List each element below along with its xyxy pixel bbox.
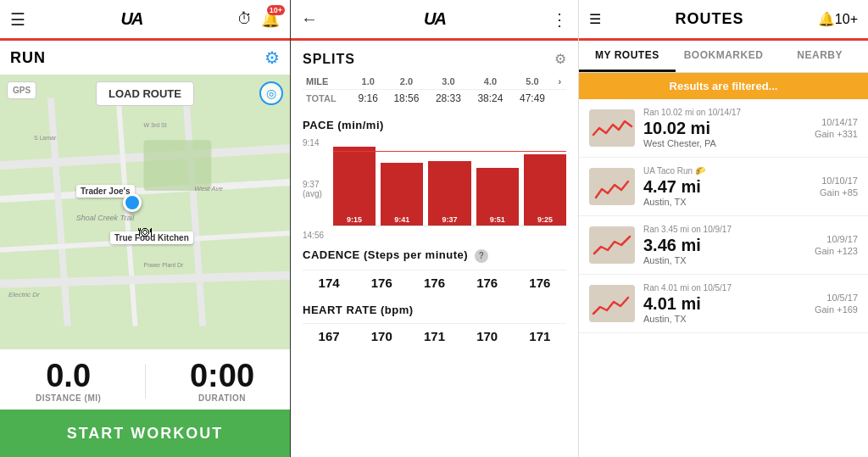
- total-3: 28:33: [427, 90, 470, 108]
- menu-icon[interactable]: ☰: [10, 9, 25, 30]
- total-1: 9:16: [351, 90, 386, 108]
- route-info-3: Ran 3.45 mi on 10/9/17 3.46 mi Austin, T…: [643, 225, 815, 265]
- routes-title: ROUTES: [675, 10, 743, 28]
- hr-4: 170: [476, 329, 498, 343]
- cadence-section-label: CADENCE (Steps per minute) ?: [303, 248, 566, 263]
- run-stats: 0.0 DISTANCE (MI) 0:00 DURATION: [0, 349, 290, 410]
- mile-1-header: 1.0: [351, 74, 386, 90]
- route-meta-1: Ran 10.02 mi on 10/14/17: [643, 108, 815, 117]
- stat-divider: [145, 365, 146, 398]
- route-gain-1: Gain +331: [815, 129, 858, 139]
- current-location-marker: [123, 193, 142, 212]
- cadence-4: 176: [476, 276, 498, 290]
- route-info-4: Ran 4.01 mi on 10/5/17 4.01 mi Austin, T…: [643, 283, 815, 324]
- cadence-row: 174 176 176 176 176: [303, 270, 566, 295]
- tab-bookmarked[interactable]: BOOKMARKED: [676, 41, 772, 72]
- svg-text:West Ave: West Ave: [194, 185, 223, 192]
- total-5: 47:49: [511, 90, 554, 108]
- distance-stat: 0.0 DISTANCE (MI): [36, 359, 101, 403]
- svg-text:W 3rd St: W 3rd St: [144, 122, 167, 128]
- more-col[interactable]: ›: [554, 74, 566, 90]
- totals-row: TOTAL 9:16 18:56 28:33 38:24 47:49: [303, 90, 566, 108]
- start-workout-button[interactable]: START WORKOUT: [0, 410, 290, 457]
- route-distance-3: 3.46 mi: [643, 236, 815, 254]
- route-date-1: 10/14/17: [815, 117, 858, 127]
- hr-1: 167: [319, 329, 340, 343]
- route-right-1: 10/14/17 Gain +331: [815, 117, 858, 139]
- run-top-bar: ☰ UA ⏱ 🔔10+: [0, 0, 290, 41]
- pace-y-top: 9:14: [303, 138, 330, 148]
- tab-my-routes[interactable]: MY ROUTES: [579, 41, 676, 72]
- notification-icon[interactable]: 🔔10+: [261, 10, 280, 29]
- pace-avg-line: [333, 151, 566, 152]
- routes-menu-icon[interactable]: ☰: [589, 11, 601, 27]
- route-item-3[interactable]: Ran 3.45 mi on 10/9/17 3.46 mi Austin, T…: [579, 216, 868, 275]
- route-item-4[interactable]: Ran 4.01 mi on 10/5/17 4.01 mi Austin, T…: [579, 275, 868, 333]
- route-meta-4: Ran 4.01 mi on 10/5/17: [643, 283, 815, 293]
- route-date-3: 10/9/17: [815, 234, 858, 244]
- filter-bar: Results are filtered...: [579, 73, 868, 99]
- route-item-1[interactable]: Ran 10.02 mi on 10/14/17 10.02 mi West C…: [579, 99, 868, 158]
- pace-y-mid: 9:37 (avg): [303, 180, 330, 198]
- splits-content: SPLITS ⚙ MILE 1.0 2.0 3.0 4.0 5.0 › TOTA…: [291, 41, 578, 457]
- pace-y-labels: 9:14 9:37 (avg) 14:56: [303, 138, 330, 240]
- splits-more-icon[interactable]: ⋮: [551, 9, 568, 30]
- cadence-help-icon[interactable]: ?: [475, 249, 488, 263]
- duration-stat: 0:00 DURATION: [190, 359, 254, 403]
- routes-notification-badge: 10+: [835, 12, 858, 26]
- run-gear-icon[interactable]: ⚙: [264, 47, 280, 68]
- cadence-5: 176: [529, 276, 550, 290]
- route-right-4: 10/5/17 Gain +169: [815, 293, 858, 315]
- timer-icon[interactable]: ⏱: [237, 10, 253, 28]
- duration-label: DURATION: [190, 393, 254, 403]
- distance-value: 0.0: [36, 359, 101, 392]
- pace-y-bot: 14:56: [303, 231, 330, 240]
- route-item-2[interactable]: UA Taco Run 🌮 4.47 mi Austin, TX 10/10/1…: [579, 158, 868, 216]
- svg-rect-8: [144, 140, 212, 191]
- hr-3: 171: [424, 329, 445, 343]
- route-right-2: 10/10/17 Gain +85: [820, 176, 858, 198]
- route-gain-2: Gain +85: [820, 187, 858, 198]
- routes-panel: ☰ ROUTES 🔔10+ MY ROUTES BOOKMARKED NEARB…: [579, 0, 868, 457]
- hr-row: 167 170 171 170 171: [303, 323, 566, 348]
- run-title: RUN: [10, 49, 46, 67]
- total-4: 38:24: [470, 90, 512, 108]
- splits-panel: ← UA ⋮ SPLITS ⚙ MILE 1.0 2.0 3.0 4.0 5.0…: [291, 0, 579, 457]
- load-route-button[interactable]: LOAD ROUTE: [96, 81, 194, 106]
- svg-rect-0: [0, 98, 290, 326]
- run-subbar: RUN ⚙: [0, 41, 290, 75]
- hr-2: 170: [371, 329, 392, 343]
- tab-nearby[interactable]: NEARBY: [771, 41, 868, 72]
- route-distance-4: 4.01 mi: [643, 294, 815, 313]
- route-date-4: 10/5/17: [815, 293, 858, 303]
- route-meta-2: UA Taco Run 🌮: [643, 166, 820, 176]
- pace-chart: 9:14 9:37 (avg) 14:56 9:15 9:41 9:: [303, 138, 566, 240]
- routes-list: Ran 10.02 mi on 10/14/17 10.02 mi West C…: [579, 99, 868, 457]
- splits-gear-icon[interactable]: ⚙: [554, 51, 566, 67]
- route-info-1: Ran 10.02 mi on 10/14/17 10.02 mi West C…: [643, 108, 815, 148]
- route-location-3: Austin, TX: [643, 255, 815, 265]
- route-thumb-1: [589, 109, 635, 147]
- svg-text:Power Plant Dr: Power Plant Dr: [144, 262, 185, 268]
- mile-5-header: 5.0: [511, 74, 554, 90]
- route-meta-3: Ran 3.45 mi on 10/9/17: [643, 225, 815, 234]
- route-info-2: UA Taco Run 🌮 4.47 mi Austin, TX: [643, 166, 820, 207]
- cadence-1: 174: [319, 276, 340, 290]
- brand-logo: UA: [121, 9, 142, 29]
- map-area: Shoal Creek Trail West Ave S Lamar W 3rd…: [0, 75, 290, 349]
- splits-table: MILE 1.0 2.0 3.0 4.0 5.0 › TOTAL 9:16 18…: [303, 74, 566, 107]
- splits-title: SPLITS: [303, 52, 355, 67]
- food-icon: 🍽: [138, 225, 152, 240]
- back-icon[interactable]: ←: [301, 9, 318, 29]
- routes-notification-icon[interactable]: 🔔10+: [818, 11, 858, 27]
- route-distance-1: 10.02 mi: [643, 119, 815, 137]
- route-thumb-2: [589, 168, 635, 205]
- route-location-4: Austin, TX: [643, 314, 815, 324]
- location-button[interactable]: ◎: [259, 81, 283, 105]
- route-thumb-4: [589, 285, 635, 322]
- svg-rect-15: [589, 109, 635, 147]
- svg-text:Shoal Creek Trail: Shoal Creek Trail: [76, 214, 136, 222]
- pace-section-label: PACE (min/mi): [303, 119, 566, 131]
- route-right-3: 10/9/17 Gain +123: [815, 234, 858, 256]
- gps-button[interactable]: GPS: [7, 81, 36, 99]
